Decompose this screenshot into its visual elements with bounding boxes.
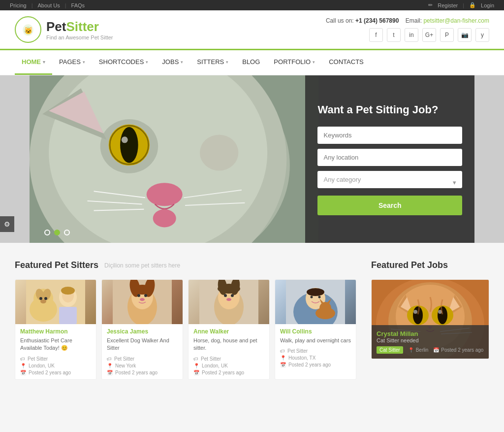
job-card-image: Crystal Millan Cat Sitter needed Cat Sit… [372,280,489,359]
svg-point-49 [224,294,227,297]
sitter-card-jessica: Jessica James Excellent Dog Walker And S… [101,279,183,380]
sitter-name-matthew[interactable]: Matthew Harmon [20,328,91,335]
job-meta-row: Cat Sitter 📍 Berlin 📅 Posted 2 years ago [377,346,484,354]
topbar-faqs[interactable]: FAQs [71,2,85,8]
main-nav: HOME ▾ PAGES ▾ SHORTCODES ▾ JOBS ▾ SITTE… [0,50,504,75]
logo-icon: 🐱 [15,16,41,43]
topbar-right: ✏ Register | 🔒 Login [428,2,494,8]
svg-point-57 [318,296,321,299]
sitter-location-matthew: 📍 London, UK [20,363,91,368]
register-icon: ✏ [428,2,433,8]
category-select[interactable]: Any category Dog Walker Cat Sitter Pet G… [317,171,462,188]
svg-point-19 [153,209,176,228]
svg-point-42 [140,298,145,301]
hero-cat-image [30,75,319,243]
nav-shortcodes[interactable]: SHORTCODES ▾ [92,50,156,75]
nav-jobs[interactable]: JOBS ▾ [155,50,190,75]
location-icon-4: 📍 [280,355,286,361]
call-label: Call us on: [326,17,354,24]
slider-dot-3[interactable] [64,230,70,235]
sitter-name-will[interactable]: Will Collins [280,328,351,335]
calendar-icon-4: 📅 [280,362,286,367]
header-right: Call us on: +1 (234) 567890 Email: petsi… [326,17,489,42]
instagram-icon[interactable]: 📷 [458,28,472,42]
slider-dot-1[interactable] [44,230,50,235]
email-link[interactable]: petsitter@dan-fisher.com [423,17,489,24]
svg-point-9 [120,127,138,163]
sep2: | [65,2,66,8]
svg-point-40 [137,294,140,297]
svg-point-71 [413,306,423,324]
hero-search-overlay: Want a Pet Sitting Job? Any category Dog… [305,75,474,243]
calendar-icon-3: 📅 [193,370,199,375]
nav-blog[interactable]: BLOG [235,50,267,75]
svg-point-41 [144,294,147,297]
sitter-posted-matthew: 📅 Posted 2 years ago [20,370,91,375]
sections-row: Featured Pet Sitters Diçilion some pet s… [15,260,489,380]
sitters-grid: Matthew Harmon Enthusiastic Pet Care Ava… [15,279,356,380]
googleplus-icon[interactable]: G+ [422,28,436,42]
logo[interactable]: 🐱 PetSitter Find an Awesome Pet Sitter [15,16,113,43]
nav-sitters[interactable]: SITTERS ▾ [190,50,235,75]
social-icons: f t in G+ P 📷 y [326,28,489,42]
sitter-posted-jessica: 📅 Posted 2 years ago [107,370,178,375]
job-calendar-icon: 📅 [433,347,439,353]
sep1: | [32,2,33,8]
svg-point-48 [218,284,240,294]
cat-svg [30,75,319,243]
hero-section: Want a Pet Sitting Job? Any category Dog… [30,75,474,243]
sitter-name-jessica[interactable]: Jessica James [107,328,178,335]
linkedin-icon[interactable]: in [405,28,418,42]
sitter-role-anne: 🏷 Pet Sitter [193,356,264,362]
sitter-meta-jessica: 🏷 Pet Sitter 📍 New York 📅 Posted 2 years… [107,356,178,375]
svg-point-56 [311,296,313,299]
facebook-icon[interactable]: f [369,28,383,42]
sitter-meta-will: 🏷 Pet Sitter 📍 Houston, TX 📅 Posted 2 ye… [280,348,351,367]
svg-point-33 [61,287,75,295]
search-button[interactable]: Search [317,196,462,215]
svg-point-50 [231,294,234,297]
topbar-about[interactable]: About Us [37,2,60,8]
svg-text:🐱: 🐱 [24,27,33,35]
twitter-icon[interactable]: t [387,28,401,42]
register-link[interactable]: Register [438,2,458,8]
logo-pet: Pet [46,19,66,34]
svg-point-74 [438,306,447,324]
hero-title: Want a Pet Sitting Job? [317,103,462,117]
job-card-crystal[interactable]: Crystal Millan Cat Sitter needed Cat Sit… [371,279,489,359]
sitter-card-anne: Anne Walker Horse, dog, house and pet si… [188,279,270,380]
nav-pages[interactable]: PAGES ▾ [52,50,92,75]
sitter-img-will [275,280,356,324]
slider-dot-2[interactable] [54,230,60,235]
svg-point-29 [40,299,46,303]
login-link[interactable]: Login [481,2,494,8]
sitters-section-title: Featured Pet Sitters [15,260,98,270]
svg-point-51 [226,298,231,301]
yelp-icon[interactable]: y [475,28,489,42]
sitter-body-anne: Anne Walker Horse, dog, house and pet si… [189,324,269,379]
calendar-icon-2: 📅 [107,370,113,375]
header: 🐱 PetSitter Find an Awesome Pet Sitter C… [0,10,504,50]
job-location: 📍 Berlin [408,346,429,354]
gear-button[interactable]: ⚙ [0,216,14,232]
top-bar: Pricing | About Us | FAQs ✏ Register | 🔒… [0,0,504,10]
portfolio-caret: ▾ [313,60,315,65]
nav-home[interactable]: HOME ▾ [15,50,52,75]
sitter-desc-jessica: Excellent Dog Walker And Sitter [107,337,178,352]
topbar-pricing[interactable]: Pricing [10,2,27,8]
job-tag: Cat Sitter [377,346,403,354]
cat-logo-svg: 🐱 [21,22,35,37]
svg-point-11 [122,136,128,143]
job-title-role: Cat Sitter needed [377,337,484,343]
sitter-name-anne[interactable]: Anne Walker [193,328,264,335]
keywords-input[interactable] [317,127,462,144]
sitter-card-will: Will Collins Walk, play and overnight ca… [275,279,356,380]
svg-point-13 [147,183,183,206]
anne-portrait [189,280,269,324]
sep3: | [463,2,464,8]
pinterest-icon[interactable]: P [440,28,454,42]
sitter-body-will: Will Collins Walk, play and overnight ca… [275,324,356,371]
location-input[interactable] [317,149,462,166]
nav-portfolio[interactable]: PORTFOLIO ▾ [267,50,322,75]
nav-contacts[interactable]: CONTACTS [322,50,371,75]
